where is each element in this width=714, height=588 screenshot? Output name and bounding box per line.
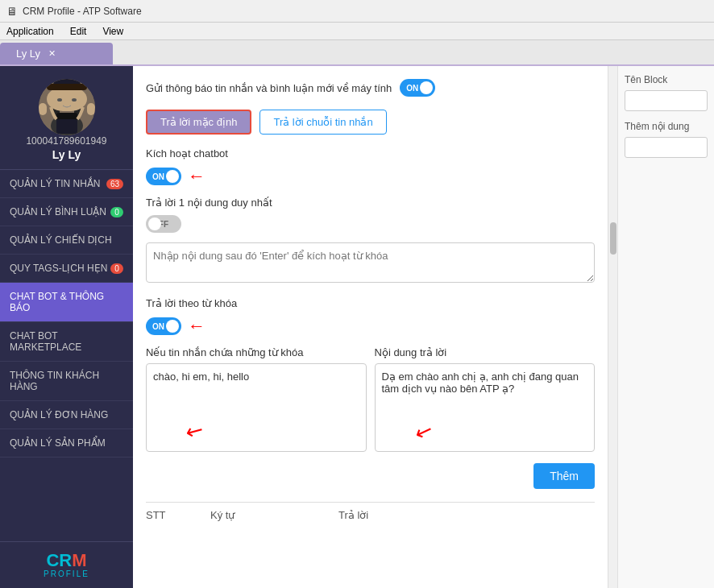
binh-luan-badge: 0: [110, 207, 123, 217]
svg-point-10: [57, 98, 62, 101]
sidebar-item-tin-nhan[interactable]: QUẢN LÝ TIN NHẮN 63: [0, 170, 133, 198]
notification-toggle-label: ON: [406, 84, 418, 93]
notification-text: Gửi thông báo tin nhắn và bình luận mới …: [146, 82, 392, 94]
chain-reply-button[interactable]: Trả lời chuỗi tin nhắn: [259, 110, 386, 135]
keyword-toggle-row: ON ←: [146, 316, 595, 337]
avatar: [39, 79, 95, 135]
table-header-kytu: Ký tự: [210, 509, 338, 521]
svg-rect-12: [39, 103, 47, 115]
scroll-thumb: [610, 222, 616, 255]
chatbot-toggle[interactable]: ON: [146, 168, 181, 185]
menu-application[interactable]: Application: [3, 24, 57, 39]
sidebar-logo: CRM PROFILE: [0, 541, 133, 588]
keyword-toggle-label: ON: [152, 322, 164, 331]
them-button[interactable]: Thêm: [533, 463, 595, 489]
default-reply-button[interactable]: Trả lời mặc định: [146, 110, 251, 135]
content-area: Gửi thông báo tin nhắn và bình luận mới …: [133, 66, 714, 588]
tab-close-button[interactable]: ✕: [48, 48, 56, 59]
app-icon: 🖥: [6, 5, 18, 18]
crm-profile-text: PROFILE: [10, 569, 123, 578]
sidebar-item-label: CHAT BOT MARKETPLACE: [10, 330, 123, 353]
two-column-section: Nếu tin nhắn chứa những từ khóa chào, hi…: [146, 346, 595, 455]
notification-toggle-knob: [420, 81, 433, 94]
table-header-stt: STT: [146, 509, 210, 521]
sidebar-item-chatbot-thong-bao[interactable]: CHAT BOT & THÔNG BÁO: [0, 283, 133, 322]
reply-content-col-label: Nội dung trả lời: [375, 346, 596, 358]
keyword-toggle[interactable]: ON: [146, 317, 181, 335]
keyword-toggle-knob: [166, 320, 179, 333]
single-content-label: Trả lời 1 nội dung duy nhất: [146, 197, 595, 209]
tab-bar: Ly Ly ✕: [0, 40, 714, 66]
keyword-activate-input[interactable]: [146, 242, 595, 283]
crm-m: M: [72, 550, 86, 570]
keywords-column: Nếu tin nhắn chứa những từ khóa chào, hi…: [146, 346, 367, 455]
sidebar-item-don-hang[interactable]: QUẢN LÝ ĐƠN HÀNG: [0, 401, 133, 429]
reply-mode-buttons: Trả lời mặc định Trả lời chuỗi tin nhắn: [146, 110, 595, 135]
reply-content-column: Nội dung trả lời Dạ em chào anh chị ạ, a…: [375, 346, 596, 455]
sidebar-item-label: QUẢN LÝ ĐƠN HÀNG: [10, 409, 108, 420]
keywords-col-label: Nếu tin nhắn chứa những từ khóa: [146, 346, 367, 358]
table-header-traloi: Trả lời: [338, 509, 595, 521]
profile-name: Ly Ly: [52, 148, 81, 161]
keyword-arrow-icon: ←: [188, 316, 205, 337]
sidebar-item-label: THÔNG TIN KHÁCH HÀNG: [10, 370, 123, 392]
tags-badge: 0: [110, 263, 123, 274]
single-content-toggle-row: OFF: [146, 215, 595, 233]
profile-section: 100041789601949 Ly Ly: [0, 66, 133, 170]
right-panel: Tên Block Thêm nội dung: [617, 66, 714, 588]
svg-rect-8: [56, 119, 77, 134]
scrollbar[interactable]: [608, 66, 617, 588]
sidebar-item-khach-hang[interactable]: THÔNG TIN KHÁCH HÀNG: [0, 362, 133, 401]
sidebar-item-san-pham[interactable]: QUẢN LÝ SẢN PHẨM: [0, 429, 133, 458]
sidebar-item-label: QUẢN LÝ BÌNH LUẬN: [10, 206, 106, 217]
menu-view[interactable]: View: [99, 24, 127, 39]
profile-id: 100041789601949: [26, 135, 106, 147]
sidebar-item-binh-luan[interactable]: QUẢN LÝ BÌNH LUẬN 0: [0, 198, 133, 226]
menu-bar: Application Edit View: [0, 23, 714, 40]
title-bar: 🖥 CRM Profile - ATP Software: [0, 0, 714, 23]
single-content-toggle[interactable]: OFF: [146, 215, 181, 233]
sidebar-item-label: QUY TAGS-LỊCH HẸN: [10, 263, 107, 274]
chatbot-toggle-row: ON ←: [146, 166, 595, 187]
svg-rect-13: [87, 103, 95, 115]
keyword-reply-label: Trả lời theo từ khóa: [146, 297, 595, 309]
tab-ly-ly[interactable]: Ly Ly ✕: [0, 43, 113, 64]
chatbot-arrow-icon: ←: [188, 166, 205, 187]
add-content-label: Thêm nội dung: [625, 121, 708, 132]
block-name-input[interactable]: [625, 90, 708, 111]
sidebar-menu: QUẢN LÝ TIN NHẮN 63 QUẢN LÝ BÌNH LUẬN 0 …: [0, 170, 133, 541]
tab-label: Ly Ly: [16, 48, 40, 60]
tin-nhan-badge: 63: [106, 179, 123, 189]
sidebar-item-chatbot-marketplace[interactable]: CHAT BOT MARKETPLACE: [0, 322, 133, 362]
crm-logo: CRM: [10, 552, 123, 569]
main-layout: 100041789601949 Ly Ly QUẢN LÝ TIN NHẮN 6…: [0, 66, 714, 588]
notification-row: Gửi thông báo tin nhắn và bình luận mới …: [146, 79, 595, 97]
table-header: STT Ký tự Trả lời: [146, 502, 595, 528]
sidebar-item-chien-dich[interactable]: QUẢN LÝ CHIẾN DỊCH: [0, 226, 133, 255]
title-text: CRM Profile - ATP Software: [23, 6, 142, 17]
chatbot-label: Kích hoạt chatbot: [146, 147, 595, 159]
keywords-input[interactable]: chào, hi em, hi, hello: [146, 363, 367, 452]
block-name-label: Tên Block: [625, 74, 708, 85]
svg-rect-15: [47, 84, 87, 90]
chatbot-toggle-knob: [166, 170, 179, 183]
main-content: Gửi thông báo tin nhắn và bình luận mới …: [133, 66, 608, 588]
svg-point-11: [72, 98, 77, 101]
notification-toggle[interactable]: ON: [400, 79, 435, 97]
menu-edit[interactable]: Edit: [67, 24, 90, 39]
sidebar-item-label: CHAT BOT & THÔNG BÁO: [10, 291, 123, 313]
add-content-input[interactable]: [625, 137, 708, 158]
chatbot-toggle-label: ON: [152, 172, 164, 181]
reply-content-input[interactable]: Dạ em chào anh chị ạ, anh chị đang quan …: [375, 363, 596, 452]
sidebar-item-label: QUẢN LÝ CHIẾN DỊCH: [10, 234, 112, 246]
sidebar-item-label: QUẢN LÝ TIN NHẮN: [10, 178, 100, 189]
sidebar-item-label: QUẢN LÝ SẢN PHẨM: [10, 437, 106, 449]
single-content-toggle-knob: [148, 217, 161, 230]
sidebar-item-tags-lich-hen[interactable]: QUY TAGS-LỊCH HẸN 0: [0, 255, 133, 283]
them-button-area: Thêm: [146, 463, 595, 495]
sidebar: 100041789601949 Ly Ly QUẢN LÝ TIN NHẮN 6…: [0, 66, 133, 588]
